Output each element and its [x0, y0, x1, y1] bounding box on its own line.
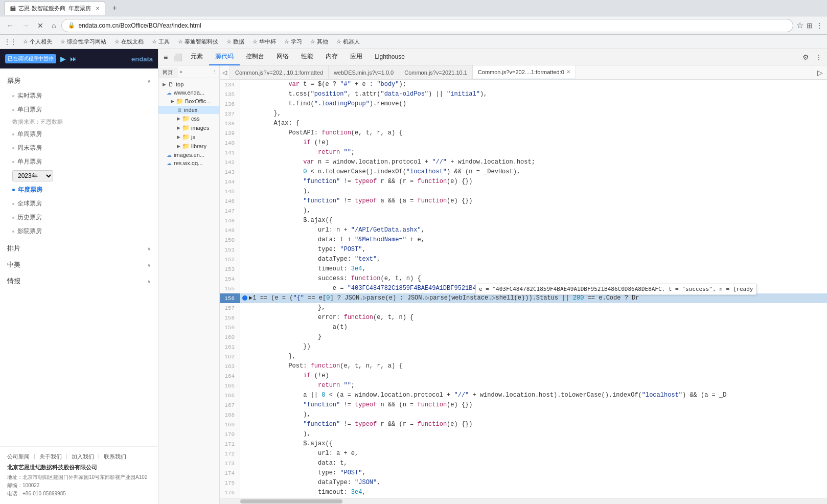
tab-elements[interactable]: 元素: [185, 49, 209, 65]
code-line-176: 176 timeout: 3e4,: [220, 488, 827, 497]
tree-item-res-wx[interactable]: ☁ res.wx.qq...: [158, 159, 219, 167]
devtools-settings-btn[interactable]: ⚙: [800, 52, 812, 62]
footer-link-contact[interactable]: 联系我们: [104, 453, 126, 461]
code-line-153: 153 timeout: 3e4,: [220, 264, 827, 274]
bookmark-taidi[interactable]: ☆泰迪智能科技: [174, 37, 222, 47]
code-line-163: 163 Post: function(e, t, n, r, a) {: [220, 361, 827, 371]
code-line-140: 140 if (!e): [220, 138, 827, 148]
code-line-165: 165 return "";: [220, 381, 827, 391]
reload-button[interactable]: ✕: [35, 20, 46, 31]
code-line-164: 164 if (!e): [220, 371, 827, 381]
nav-realtime[interactable]: 实时票房: [5, 89, 158, 103]
folder-expand-icon: ▶: [171, 99, 174, 104]
bookmark-other[interactable]: ☆其他: [307, 37, 332, 47]
back-button[interactable]: ←: [4, 20, 16, 31]
nav-cinema[interactable]: 影院票房: [5, 224, 158, 238]
source-tab-back-btn[interactable]: ◁: [220, 65, 230, 80]
tree-item-js[interactable]: ▶ 📁 js: [158, 132, 219, 142]
code-line-173: 173 data: t,: [220, 459, 827, 468]
tree-item-images-en[interactable]: ☁ images.en...: [158, 151, 219, 159]
nav-qingbao[interactable]: 情报 ∨: [0, 273, 158, 289]
footer-link-join[interactable]: 加入我们: [72, 453, 94, 461]
code-line-151: 151 type: "POST",: [220, 245, 827, 255]
tab-network[interactable]: 网络: [270, 49, 295, 65]
tree-item-www[interactable]: ☁ www.enda...: [158, 88, 219, 97]
address-bar[interactable]: 🔒 endata.com.cn/BoxOffice/BO/Year/index.…: [61, 19, 793, 32]
footer-link-about[interactable]: 关于我们: [39, 453, 62, 461]
tab-lighthouse[interactable]: Lighthouse: [369, 49, 411, 65]
paipian-arrow: ∨: [147, 246, 151, 251]
code-line-160: 160 }: [220, 332, 827, 342]
bookmark-study[interactable]: ☆学习: [281, 37, 306, 47]
code-line-142: 142 var n = window.location.protocol + "…: [220, 157, 827, 167]
extensions-button[interactable]: ⊞: [807, 21, 813, 30]
code-line-152: 152 dataType: "text",: [220, 255, 827, 264]
code-line-146: 146 "function" != typeof a && (a = funct…: [220, 196, 827, 206]
bookmark-robot[interactable]: ☆机器人: [333, 37, 363, 47]
tree-item-boxoffice[interactable]: ▶ 📁 BoxOffic...: [158, 97, 219, 106]
nav-zhongmei[interactable]: 中美 ∨: [0, 257, 158, 273]
source-tab-1[interactable]: Common.js?v=202...10.1:formatted: [230, 65, 329, 80]
company-postal: 邮编：100022: [7, 482, 151, 490]
bookmark-learning[interactable]: ☆综合性学习网站: [57, 37, 110, 47]
devtools-menu-btn[interactable]: ≡: [160, 52, 171, 62]
nav-daily[interactable]: 单日票房: [5, 103, 158, 117]
code-line-154: 154 success: function(e, t, n) {: [220, 274, 827, 284]
tree-item-library[interactable]: ▶ 📁 library: [158, 142, 219, 151]
code-editor[interactable]: 134 var t = $(e ? "#" + e : "body"); 135…: [220, 80, 827, 498]
nav-weekend[interactable]: 周末票房: [5, 141, 158, 155]
add-source-tab-btn[interactable]: ▷: [813, 65, 827, 80]
tree-item-top[interactable]: ▶ 🗋 top: [158, 80, 219, 88]
debug-skip-button[interactable]: ⏭: [70, 55, 77, 63]
code-line-134: 134 var t = $(e ? "#" + e : "body");: [220, 80, 827, 89]
horizontal-scrollbar[interactable]: [220, 498, 827, 504]
menu-button[interactable]: ⋮: [816, 21, 823, 30]
footer-link-news[interactable]: 公司新闻: [7, 453, 30, 461]
code-line-172: 172 url: a + e,: [220, 449, 827, 459]
code-line-155: 155 e = "403FC484782C1859F4BAE49A1DBF952…: [220, 284, 827, 293]
tree-item-css[interactable]: ▶ 📁 css: [158, 114, 219, 123]
bookmark-tools[interactable]: ☆工具: [148, 37, 173, 47]
devtools-dock-btn[interactable]: ⬜: [171, 52, 185, 62]
nav-paipian[interactable]: 排片 ∨: [0, 240, 158, 257]
tab-memory[interactable]: 内存: [319, 49, 344, 65]
active-tab[interactable]: 🎬 艺恩-数智能服务商_年度票房 ✕: [4, 2, 105, 15]
tab-console[interactable]: 控制台: [240, 49, 270, 65]
file-tree-more-btn[interactable]: ⋮: [210, 67, 219, 78]
nav-annual[interactable]: 年度票房: [5, 183, 158, 197]
folder-expand-library: ▶: [177, 144, 180, 149]
nav-history[interactable]: 历史票房: [5, 211, 158, 224]
nav-piaofang[interactable]: 票房 ∧: [0, 73, 158, 89]
website-sidebar: 已在调试程序中暂停 ▶ ⏭ endata 票房 ∧ 实时票房: [0, 49, 158, 504]
forward-button[interactable]: →: [19, 20, 32, 31]
source-tab-4-active[interactable]: Common.js?v=202....1:formatted:0 ✕: [473, 65, 576, 80]
bookmark-docs[interactable]: ☆在线文档: [111, 37, 147, 47]
tab-close-icon[interactable]: ✕: [96, 6, 100, 11]
source-tab-2[interactable]: webDES.min.js?v=1.0.0: [329, 65, 399, 80]
cloud-icon-3: ☁: [167, 161, 172, 166]
code-line-159: 159 a(t): [220, 323, 827, 332]
nav-global[interactable]: 全球票房: [5, 197, 158, 211]
folder-icon-css: 📁: [182, 115, 190, 122]
tree-item-index[interactable]: 🗎 index: [158, 106, 219, 114]
devtools-more-btn[interactable]: ⋮: [813, 52, 825, 62]
debug-play-button[interactable]: ▶: [60, 55, 66, 63]
file-tree-tab-page[interactable]: 网页: [158, 67, 177, 78]
source-tab-3[interactable]: Common.js?v=2021.10.1: [399, 65, 473, 80]
bookmark-personal[interactable]: ☆个人相关: [19, 37, 56, 47]
tree-item-images[interactable]: ▶ 📁 images: [158, 123, 219, 132]
nav-monthly[interactable]: 单月票房: [5, 155, 158, 169]
nav-weekly[interactable]: 单周票房: [5, 127, 158, 141]
file-tree-tab-more[interactable]: »: [177, 67, 185, 78]
tab-performance[interactable]: 性能: [295, 49, 319, 65]
bookmark-data[interactable]: ☆数据: [223, 37, 248, 47]
year-select[interactable]: 2023年: [12, 170, 53, 181]
tab-application[interactable]: 应用: [344, 49, 369, 65]
zhongmei-arrow: ∨: [147, 262, 151, 268]
bookmark-star-button[interactable]: ☆: [796, 20, 803, 30]
tab-sources[interactable]: 源代码: [209, 49, 240, 65]
new-tab-button[interactable]: +: [109, 4, 120, 13]
home-button[interactable]: ⌂: [49, 20, 58, 31]
bookmark-huazhong[interactable]: ☆华中杯: [249, 37, 280, 47]
source-tab-close-btn[interactable]: ✕: [566, 69, 570, 75]
